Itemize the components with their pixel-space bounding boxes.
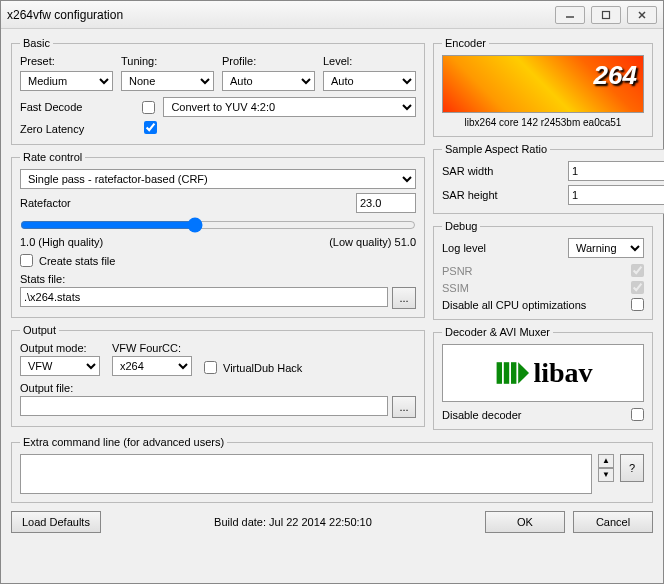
output-mode-select[interactable]: VFW (20, 356, 100, 376)
loglevel-select[interactable]: Warning (568, 238, 644, 258)
disable-cpu-label: Disable all CPU optimizations (442, 299, 586, 311)
sar-height-input[interactable] (568, 185, 664, 205)
profile-select[interactable]: Auto (222, 71, 315, 91)
sar-width-input[interactable] (568, 161, 664, 181)
output-group: Output Output mode: VFW VFW FourCC: x264 (11, 324, 425, 427)
stats-file-label: Stats file: (20, 273, 416, 285)
preset-select[interactable]: Medium (20, 71, 113, 91)
decoder-logo: libav (442, 344, 644, 402)
zerolatency-label: Zero Latency (20, 123, 84, 135)
fourcc-label: VFW FourCC: (112, 342, 192, 354)
build-date: Build date: Jul 22 2014 22:50:10 (109, 516, 477, 528)
stats-browse-button[interactable]: ... (392, 287, 416, 309)
decoder-logo-text: libav (533, 357, 592, 389)
close-button[interactable] (627, 6, 657, 24)
fastdecode-checkbox[interactable] (142, 101, 155, 114)
convert-select[interactable]: Convert to YUV 4:2:0 (163, 97, 416, 117)
svg-rect-6 (511, 362, 516, 384)
psnr-label: PSNR (442, 265, 473, 277)
output-file-label: Output file: (20, 382, 416, 394)
minimize-button[interactable] (555, 6, 585, 24)
disable-decoder-checkbox[interactable] (631, 408, 644, 421)
svg-marker-7 (519, 362, 530, 384)
decoder-group: Decoder & AVI Muxer libav (433, 326, 653, 430)
maximize-button[interactable] (591, 6, 621, 24)
svg-rect-5 (504, 362, 509, 384)
extra-help-button[interactable]: ? (620, 454, 644, 482)
extra-cmd-input[interactable] (20, 454, 592, 494)
debug-legend: Debug (442, 220, 480, 232)
ratecontrol-group: Rate control Single pass - ratefactor-ba… (11, 151, 425, 318)
encoder-logo: 264 (442, 55, 644, 113)
vdub-label: VirtualDub Hack (223, 362, 302, 374)
extra-legend: Extra command line (for advanced users) (20, 436, 227, 448)
slider-high-label: (Low quality) 51.0 (329, 236, 416, 248)
loglevel-label: Log level (442, 242, 562, 254)
sar-width-label: SAR width (442, 165, 562, 177)
encoder-group: Encoder 264 libx264 core 142 r2453bm ea0… (433, 37, 653, 137)
tuning-label: Tuning: (121, 55, 214, 67)
svg-rect-4 (497, 362, 502, 384)
spinner-up-button[interactable]: ▲ (598, 454, 614, 468)
level-label: Level: (323, 55, 416, 67)
zerolatency-checkbox[interactable] (144, 121, 157, 134)
debug-group: Debug Log level Warning PSNR SSIM Dis (433, 220, 653, 320)
load-defaults-button[interactable]: Load Defaults (11, 511, 101, 533)
output-legend: Output (20, 324, 59, 336)
create-stats-label: Create stats file (39, 255, 115, 267)
vdub-checkbox[interactable] (204, 361, 217, 374)
sar-height-label: SAR height (442, 189, 562, 201)
create-stats-checkbox[interactable] (20, 254, 33, 267)
libav-icon (493, 355, 529, 391)
titlebar: x264vfw configuration (1, 1, 663, 29)
svg-rect-1 (603, 11, 610, 18)
encoder-legend: Encoder (442, 37, 489, 49)
profile-label: Profile: (222, 55, 315, 67)
output-browse-button[interactable]: ... (392, 396, 416, 418)
ssim-label: SSIM (442, 282, 469, 294)
extra-spinner[interactable]: ▲ ▼ (598, 454, 614, 482)
window-title: x264vfw configuration (7, 8, 123, 22)
disable-cpu-checkbox[interactable] (631, 298, 644, 311)
ok-button[interactable]: OK (485, 511, 565, 533)
basic-legend: Basic (20, 37, 53, 49)
spinner-down-button[interactable]: ▼ (598, 468, 614, 482)
encoder-version: libx264 core 142 r2453bm ea0ca51 (442, 117, 644, 128)
output-file-input[interactable] (20, 396, 388, 416)
tuning-select[interactable]: None (121, 71, 214, 91)
level-select[interactable]: Auto (323, 71, 416, 91)
fastdecode-label: Fast Decode (20, 101, 82, 113)
ratefactor-label: Ratefactor (20, 197, 71, 209)
stats-file-input[interactable] (20, 287, 388, 307)
sar-group: Sample Aspect Ratio SAR width SAR height (433, 143, 664, 214)
fourcc-select[interactable]: x264 (112, 356, 192, 376)
sar-legend: Sample Aspect Ratio (442, 143, 550, 155)
slider-low-label: 1.0 (High quality) (20, 236, 103, 248)
disable-decoder-label: Disable decoder (442, 409, 522, 421)
output-mode-label: Output mode: (20, 342, 100, 354)
decoder-legend: Decoder & AVI Muxer (442, 326, 553, 338)
basic-group: Basic Preset: Tuning: Profile: Level: Me… (11, 37, 425, 145)
extra-group: Extra command line (for advanced users) … (11, 436, 653, 503)
cancel-button[interactable]: Cancel (573, 511, 653, 533)
ratefactor-input[interactable] (356, 193, 416, 213)
ratecontrol-legend: Rate control (20, 151, 85, 163)
preset-label: Preset: (20, 55, 113, 67)
psnr-checkbox (631, 264, 644, 277)
ratefactor-slider[interactable] (20, 217, 416, 233)
ssim-checkbox (631, 281, 644, 294)
ratecontrol-mode-select[interactable]: Single pass - ratefactor-based (CRF) (20, 169, 416, 189)
encoder-logo-text: 264 (594, 60, 637, 91)
